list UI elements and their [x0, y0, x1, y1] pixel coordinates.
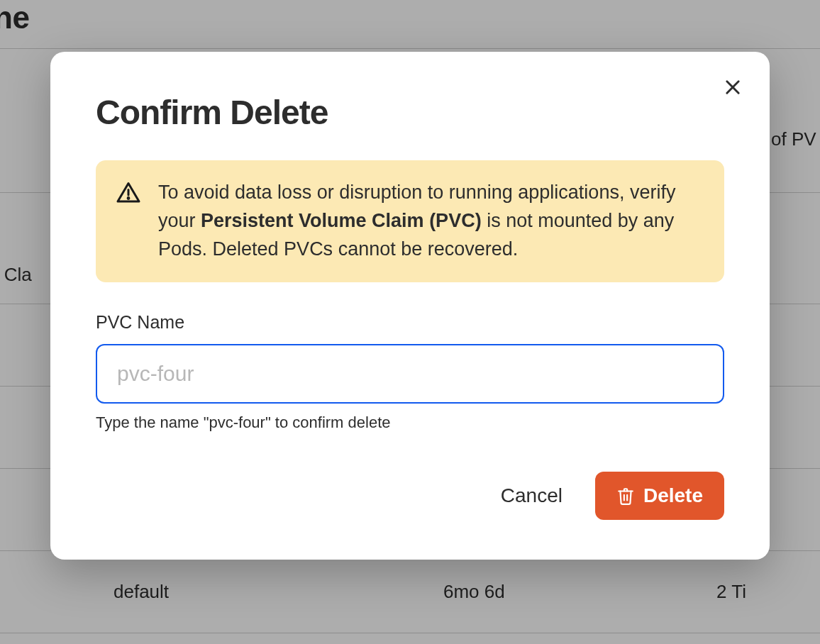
- warning-message: To avoid data loss or disruption to runn…: [158, 179, 704, 264]
- close-icon: [723, 77, 743, 97]
- warning-banner: To avoid data loss or disruption to runn…: [96, 160, 724, 282]
- trash-icon: [616, 487, 635, 505]
- confirm-delete-modal: Confirm Delete To avoid data loss or dis…: [50, 52, 770, 560]
- warning-icon: [116, 180, 141, 209]
- pvc-name-input[interactable]: [96, 344, 724, 404]
- svg-point-3: [128, 198, 129, 199]
- warning-text-strong: Persistent Volume Claim (PVC): [201, 210, 482, 231]
- confirm-hint: Type the name "pvc-four" to confirm dele…: [96, 413, 724, 432]
- cancel-button[interactable]: Cancel: [501, 484, 563, 507]
- delete-button-label: Delete: [643, 484, 703, 507]
- delete-button[interactable]: Delete: [595, 472, 724, 520]
- close-button[interactable]: [717, 72, 748, 103]
- pvc-name-label: PVC Name: [96, 312, 724, 333]
- modal-actions: Cancel Delete: [96, 472, 724, 520]
- modal-title: Confirm Delete: [96, 93, 724, 132]
